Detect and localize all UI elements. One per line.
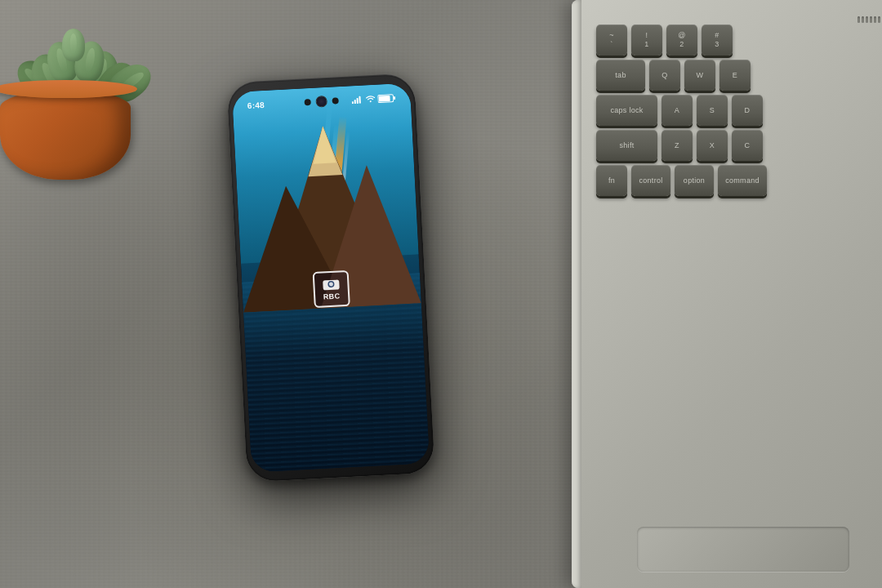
battery-icon [377,93,396,103]
rbc-logo: RBC [312,270,351,309]
key-control[interactable]: control [631,165,670,196]
trackpad[interactable] [637,527,849,572]
key-tab[interactable]: tab [596,60,645,91]
option-key-label: option [684,176,705,185]
laptop-edge [572,0,581,588]
key-row-numbers: ~` !1 @2 #3 [596,24,882,56]
key-row-zxcv: shift Z X C [596,130,882,161]
speaker-grille-top [858,16,882,23]
key-option[interactable]: option [675,165,714,196]
speaker-hole [866,16,868,23]
svg-rect-9 [354,100,356,104]
key-capslock[interactable]: caps lock [596,95,657,126]
key-w[interactable]: W [684,60,715,91]
leaf [62,29,85,61]
key-c[interactable]: C [732,130,763,161]
key-1[interactable]: !1 [631,24,662,56]
screen-background: RBC 6:48 [232,83,430,473]
svg-rect-10 [357,98,359,104]
speaker-hole [870,16,872,23]
svg-rect-8 [352,101,354,104]
key-shift[interactable]: shift [596,130,657,161]
key-row-asdf: caps lock A S D [596,95,882,126]
status-icons [351,93,396,105]
key-3[interactable]: #3 [702,24,733,56]
speaker-hole [862,16,864,23]
front-camera-lens [315,96,327,108]
rbc-logo-inner: RBC [313,270,350,308]
svg-rect-14 [394,96,395,100]
speaker-hole [878,16,880,23]
key-tilde[interactable]: ~` [596,24,627,56]
phone-screen: RBC 6:48 [232,83,430,473]
laptop-base: ~` !1 @2 #3 tab Q [572,0,882,588]
key-d[interactable]: D [732,95,763,126]
key-x[interactable]: X [697,130,728,161]
signal-icon [351,96,363,105]
key-z[interactable]: Z [662,130,693,161]
laptop: ~` !1 @2 #3 tab Q [555,0,882,588]
speaker-hole [858,16,860,23]
status-time: 6:48 [247,100,265,109]
front-camera-dot [305,99,311,105]
camera-area [304,95,339,108]
key-q[interactable]: Q [649,60,680,91]
plant-container [0,0,180,180]
wifi-icon [365,95,376,104]
keyboard-area: ~` !1 @2 #3 tab Q [596,24,882,523]
svg-marker-4 [311,126,336,164]
key-e[interactable]: E [719,60,751,91]
svg-rect-13 [378,95,390,101]
key-command[interactable]: command [718,165,767,196]
key-fn[interactable]: fn [596,165,627,196]
svg-rect-11 [359,96,360,104]
key-row-qwer: tab Q W E [596,60,882,91]
speaker-hole [874,16,876,23]
key-row-modifiers: fn control option command [596,165,882,196]
key-2[interactable]: @2 [666,24,697,56]
rbc-brand-text: RBC [323,292,340,301]
key-s[interactable]: S [697,95,728,126]
key-a[interactable]: A [662,95,693,126]
plant-pot [0,90,131,180]
front-sensor-dot [332,97,338,104]
rbc-lion-icon [320,278,342,293]
smartphone: RBC 6:48 [226,73,434,482]
